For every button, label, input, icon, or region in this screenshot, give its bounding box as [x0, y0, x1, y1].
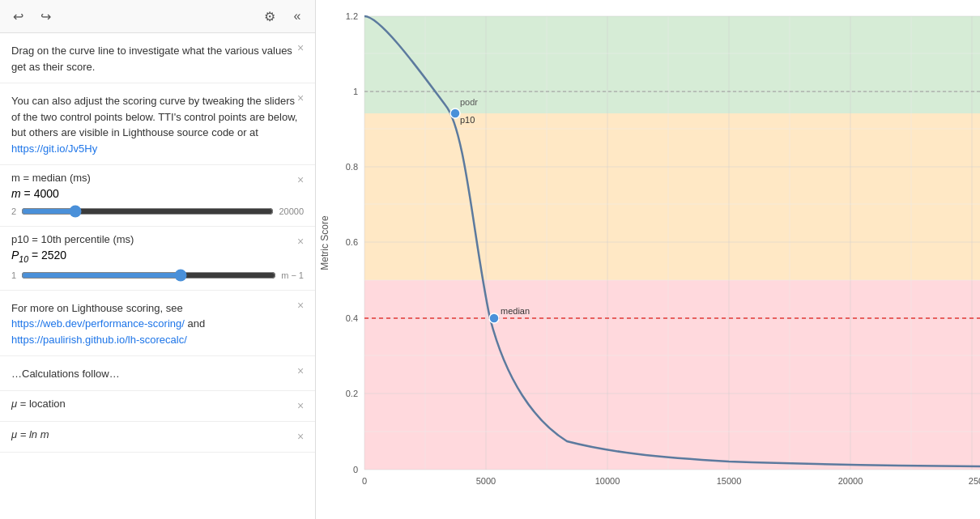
p10-value: P10 = 2520	[11, 249, 304, 264]
perf-scoring-link[interactable]: https://web.dev/performance-scoring/	[11, 317, 185, 330]
p10-point[interactable]	[450, 108, 460, 118]
mu-section: μ = location ×	[0, 391, 315, 422]
p10-label: p10	[460, 115, 475, 125]
info-text-before: You can also adjust the scoring curve by…	[11, 95, 297, 138]
intro-text: Drag on the curve line to investigate wh…	[11, 43, 304, 74]
x-tick-5000: 5000	[476, 476, 496, 486]
p10-min-label: 1	[11, 270, 16, 280]
median-value-eq: = 4000	[21, 187, 59, 200]
p10-slider-row: 1 m − 1	[11, 269, 304, 282]
median-slider-row: 2 20000	[11, 205, 304, 218]
mu-close[interactable]: ×	[292, 398, 309, 414]
podr-label: podr	[460, 97, 478, 107]
median-max-label: 20000	[279, 206, 304, 216]
x-tick-20000: 20000	[838, 476, 863, 486]
toolbar: ↩ ↪ ⚙ «	[0, 0, 315, 33]
y-tick-02: 0.2	[346, 389, 358, 398]
info-link[interactable]: https://git.io/Jv5Hy	[11, 143, 97, 155]
left-panel: ↩ ↪ ⚙ « Drag on the curve line to invest…	[0, 0, 316, 519]
chart-area[interactable]: p10 podr median Metric Score 0 0.2 0.4 0…	[316, 0, 980, 519]
red-zone	[364, 280, 980, 470]
x-tick-10000: 10000	[595, 476, 620, 486]
median-min-label: 2	[11, 206, 16, 216]
links-section: For more on Lighthouse scoring, see http…	[0, 291, 315, 357]
info-section: You can also adjust the scoring curve by…	[0, 83, 315, 165]
mu-eq-label: μ = ln m	[11, 428, 304, 440]
intro-close[interactable]: ×	[292, 40, 309, 56]
median-label: m = median (ms)	[11, 172, 304, 184]
undo-button[interactable]: ↩	[6, 5, 29, 28]
x-tick-0: 0	[362, 476, 367, 486]
intro-section: Drag on the curve line to investigate wh…	[0, 33, 315, 83]
calc-close[interactable]: ×	[292, 363, 309, 379]
p10-close[interactable]: ×	[292, 233, 309, 249]
settings-button[interactable]: ⚙	[258, 5, 281, 28]
info-text: You can also adjust the scoring curve by…	[11, 93, 304, 156]
median-point[interactable]	[489, 313, 499, 323]
mu-eq-close[interactable]: ×	[292, 428, 309, 445]
info-close[interactable]: ×	[292, 90, 309, 106]
calc-section: …Calculations follow… ×	[0, 356, 315, 391]
calc-text: …Calculations follow…	[11, 366, 304, 382]
links-close[interactable]: ×	[292, 297, 309, 313]
green-zone	[364, 16, 980, 113]
x-tick-250: 250	[969, 476, 980, 486]
median-section: m = median (ms) m = 4000 2 20000 ×	[0, 165, 315, 227]
links-text: For more on Lighthouse scoring, see http…	[11, 300, 304, 348]
p10-max-label: m − 1	[281, 270, 304, 280]
scorecalc-link[interactable]: https://paulirish.github.io/lh-scorecalc…	[11, 334, 187, 346]
collapse-button[interactable]: «	[286, 5, 309, 28]
median-slider[interactable]	[21, 205, 274, 218]
y-tick-12: 1.2	[346, 11, 358, 21]
redo-button[interactable]: ↪	[34, 5, 57, 28]
mu-label: μ = location	[11, 398, 304, 410]
median-label: median	[501, 306, 530, 316]
p10-section: p10 = 10th percentile (ms) P10 = 2520 1 …	[0, 227, 315, 291]
y-tick-08: 0.8	[346, 162, 358, 172]
y-tick-06: 0.6	[346, 237, 358, 247]
median-value: m = 4000	[11, 187, 304, 200]
p10-label: p10 = 10th percentile (ms)	[11, 233, 304, 245]
p10-slider[interactable]	[21, 269, 276, 282]
median-close[interactable]: ×	[292, 172, 309, 188]
chart-svg: p10 podr median Metric Score 0 0.2 0.4 0…	[316, 0, 980, 519]
orange-zone	[364, 113, 980, 280]
y-tick-04: 0.4	[346, 313, 358, 323]
mu-eq-section: μ = ln m ×	[0, 422, 315, 453]
y-tick-0: 0	[353, 465, 358, 474]
x-tick-15000: 15000	[717, 476, 742, 486]
y-tick-1: 1	[353, 87, 358, 96]
y-axis-label: Metric Score	[319, 215, 330, 270]
